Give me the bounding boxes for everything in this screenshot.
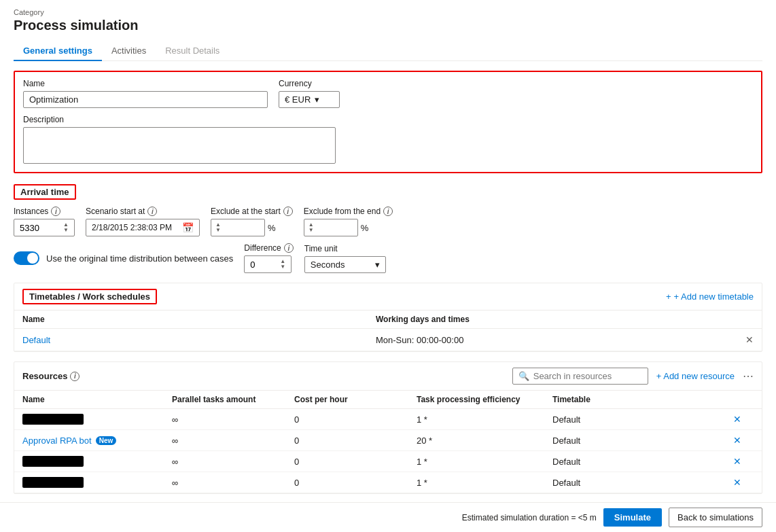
resource-parallel-1: ∞ (172, 436, 294, 446)
resource-name-2 (22, 456, 172, 467)
calendar-icon[interactable]: 📅 (182, 222, 194, 233)
resources-info-icon[interactable]: i (70, 372, 80, 381)
resource-parallel-2: ∞ (172, 457, 294, 467)
search-icon: 🔍 (518, 371, 529, 381)
add-new-resource-button[interactable]: + Add new resource (656, 371, 735, 381)
resource-name-1[interactable]: Approval RPA bot New (22, 436, 172, 446)
scenario-start-info-icon[interactable]: i (147, 207, 157, 216)
resource-name-0 (22, 414, 172, 425)
exclude-start-label: Exclude at the start (211, 207, 281, 216)
currency-label: Currency (279, 79, 340, 88)
description-input[interactable] (23, 127, 336, 164)
toggle-switch[interactable] (14, 251, 39, 265)
res-col-parallel-header: Parallel tasks amount (172, 395, 294, 404)
res-col-efficiency-header: Task processing efficiency (417, 395, 552, 404)
difference-spinner[interactable]: ▲ ▼ (280, 259, 285, 270)
currency-value: € EUR (285, 94, 311, 105)
scenario-start-value: 2/18/2015 2:38:03 PM (92, 223, 172, 232)
resource-timetable-2: Default (552, 457, 733, 467)
timetable-name-default[interactable]: Default (22, 335, 376, 345)
new-badge: New (96, 436, 117, 445)
resource-remove-2[interactable]: ✕ (733, 456, 754, 467)
toggle-label: Use the original time distribution betwe… (46, 253, 233, 264)
scenario-start-label: Scenario start at (86, 207, 145, 216)
timetable-col-name-header: Name (22, 315, 376, 324)
res-col-cost-header: Cost per hour (294, 395, 417, 404)
name-label: Name (23, 79, 268, 88)
timetables-label: Timetables / Work schedules (22, 289, 157, 304)
back-to-simulations-button[interactable]: Back to simulations (669, 508, 762, 527)
more-options-icon[interactable]: ⋯ (743, 370, 754, 383)
estimated-duration-text: Estimated simulation duration = <5 m (462, 513, 597, 522)
timetable-col-workdays-header: Working days and times (376, 315, 754, 324)
exclude-start-percent: % (268, 223, 276, 233)
resource-remove-3[interactable]: ✕ (733, 477, 754, 488)
instances-info-icon[interactable]: i (51, 207, 60, 216)
arrival-time-label: Arrival time (14, 184, 76, 200)
search-resources-box[interactable]: 🔍 (512, 368, 648, 385)
table-row: ∞ 0 1 * Default ✕ (14, 451, 762, 472)
time-unit-chevron-icon: ▾ (375, 260, 380, 270)
exclude-end-input[interactable]: ▲ ▼ (304, 219, 358, 236)
table-row: ∞ 0 1 * Default ✕ (14, 409, 762, 430)
tab-result-details[interactable]: Result Details (156, 41, 229, 61)
time-unit-label: Time unit (304, 244, 386, 253)
difference-label: Difference (244, 243, 281, 253)
resource-efficiency-3: 1 * (417, 478, 552, 488)
res-col-name-header: Name (22, 395, 172, 404)
plus-icon: + (666, 291, 671, 302)
exclude-start-spinner[interactable]: ▲ ▼ (215, 222, 221, 233)
timetables-section: Timetables / Work schedules + + Add new … (14, 283, 762, 352)
exclude-end-info-icon[interactable]: i (383, 207, 393, 216)
resource-timetable-0: Default (552, 414, 733, 425)
add-new-timetable-button[interactable]: + + Add new timetable (666, 291, 754, 302)
instances-label: Instances (14, 207, 48, 216)
difference-input[interactable]: ▲ ▼ (244, 255, 292, 273)
search-resources-input[interactable] (533, 371, 642, 381)
resources-section: Resources i 🔍 + Add new resource ⋯ Name … (14, 361, 762, 494)
resource-name-3 (22, 477, 172, 488)
time-unit-value: Seconds (311, 260, 345, 270)
exclude-end-percent: % (361, 223, 369, 233)
exclude-start-input[interactable]: ▲ ▼ (211, 219, 265, 236)
table-row: ∞ 0 1 * Default ✕ (14, 472, 762, 493)
simulate-button[interactable]: Simulate (603, 508, 662, 527)
toggle-row: Use the original time distribution betwe… (14, 251, 233, 265)
resource-timetable-3: Default (552, 478, 733, 488)
footer: Estimated simulation duration = <5 m Sim… (0, 502, 776, 532)
difference-info-icon[interactable]: i (284, 243, 294, 253)
general-settings-section: Name Currency € EUR ▾ Description (14, 71, 762, 173)
description-label: Description (23, 115, 753, 124)
chevron-down-icon: ▾ (315, 94, 319, 105)
resource-remove-1[interactable]: ✕ (733, 435, 754, 446)
tabs-bar: General settings Activities Result Detai… (14, 41, 762, 61)
resource-efficiency-0: 1 * (417, 414, 552, 425)
resource-cost-1: 0 (294, 436, 417, 446)
time-unit-select[interactable]: Seconds ▾ (304, 256, 386, 273)
resource-efficiency-1: 20 * (417, 436, 552, 446)
tab-activities[interactable]: Activities (102, 41, 156, 61)
resource-parallel-0: ∞ (172, 414, 294, 425)
resource-remove-0[interactable]: ✕ (733, 414, 754, 425)
instances-input[interactable]: ▲ ▼ (14, 219, 75, 236)
exclude-end-label: Exclude from the end (304, 207, 381, 216)
timetable-remove-button[interactable]: ✕ (733, 334, 754, 345)
res-col-timetable-header: Timetable (552, 395, 754, 404)
resource-cost-0: 0 (294, 414, 417, 425)
arrival-time-section: Arrival time Instances i ▲ ▼ (14, 184, 762, 273)
page-title: Process simulation (14, 18, 762, 33)
exclude-start-info-icon[interactable]: i (283, 207, 293, 216)
scenario-start-input[interactable]: 2/18/2015 2:38:03 PM 📅 (86, 219, 200, 236)
name-input[interactable] (23, 91, 268, 108)
resource-parallel-3: ∞ (172, 478, 294, 488)
timetable-workdays-default: Mon-Sun: 00:00-00:00 (376, 335, 733, 345)
resource-cost-2: 0 (294, 457, 417, 467)
currency-select[interactable]: € EUR ▾ (279, 91, 340, 108)
category-label: Category (14, 8, 762, 16)
tab-general-settings[interactable]: General settings (14, 41, 102, 61)
instances-spinner[interactable]: ▲ ▼ (63, 222, 69, 233)
exclude-end-spinner[interactable]: ▲ ▼ (308, 222, 314, 233)
resources-title: Resources i (22, 371, 80, 381)
resource-efficiency-2: 1 * (417, 457, 552, 467)
resource-timetable-1: Default (552, 436, 733, 446)
